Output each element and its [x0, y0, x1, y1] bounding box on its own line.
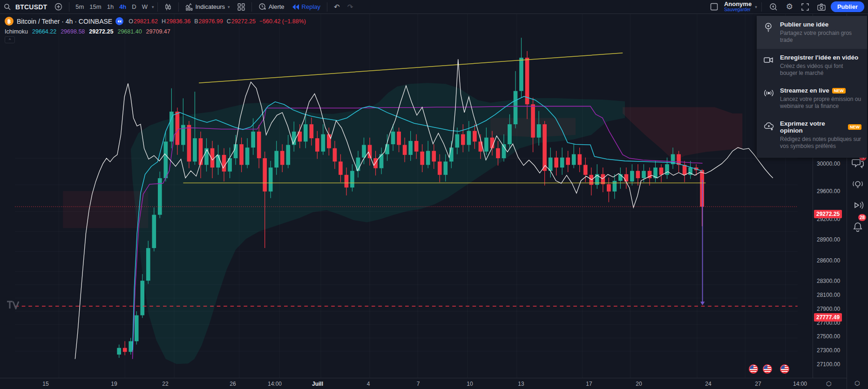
- menu-item-3[interactable]: Streamez en liveNEWLancez votre propre é…: [757, 82, 867, 115]
- flash-search-icon: [769, 3, 778, 11]
- menu-item-text: Publier une idéePartagez votre prochain …: [780, 21, 861, 44]
- plus-circle-icon: [54, 3, 62, 11]
- symbol-search-button[interactable]: BTCUSDT: [12, 2, 50, 12]
- price-tick: 27500.00: [817, 333, 840, 340]
- ohlc-item: B28976.99: [194, 18, 223, 25]
- publish-menu: Publier une idéePartagez votre prochain …: [757, 16, 867, 158]
- toolbar-separator: [327, 2, 327, 12]
- snapshot-button[interactable]: [814, 2, 829, 12]
- ohlc-item: C29272.25: [227, 18, 256, 25]
- ohlc-values: O29821.62H29836.36B28976.99C29272.25−560…: [129, 18, 306, 25]
- menu-item-title: Streamez en liveNEW: [780, 87, 861, 94]
- quick-search-button[interactable]: [766, 1, 781, 13]
- tradingview-app: BTCUSDT 5m15m1h4hDW ▾ Indicateurs ▾: [0, 0, 868, 389]
- layout-grid-button[interactable]: [234, 2, 248, 12]
- ohlc-item: H29836.36: [162, 18, 190, 25]
- menu-item-text: Streamez en liveNEWLancez votre propre é…: [780, 87, 861, 110]
- timeframe-4h[interactable]: 4h: [116, 2, 129, 12]
- time-tick: 24: [705, 381, 711, 387]
- user-block[interactable]: Anonyme Sauvegarder: [724, 1, 752, 13]
- time-tick: 20: [636, 381, 642, 387]
- fullscreen-icon: [801, 3, 809, 11]
- top-toolbar: BTCUSDT 5m15m1h4hDW ▾ Indicateurs ▾: [0, 0, 868, 14]
- publish-button[interactable]: Publier: [831, 1, 864, 12]
- us-flag-event-icon[interactable]: [780, 364, 789, 374]
- price-tick: 30000.00: [817, 161, 840, 167]
- save-label[interactable]: Sauvegarder: [724, 7, 752, 13]
- time-tick: 7: [417, 381, 420, 387]
- toolbar-separator: [251, 2, 252, 12]
- menu-item-2[interactable]: Enregistrer l'idée en vidéoCréez des vid…: [757, 49, 867, 82]
- streams-play-icon[interactable]: [851, 199, 864, 212]
- symbol-title[interactable]: Bitcoin / Tether · 4h · COINBASE: [17, 18, 112, 25]
- chart-area[interactable]: ฿ Bitcoin / Tether · 4h · COINBASE O2982…: [0, 14, 813, 378]
- timeframe-1h[interactable]: 1h: [104, 2, 116, 12]
- us-flag-event-icon[interactable]: [749, 364, 758, 374]
- object-tree-settings-icon[interactable]: ⬡: [854, 380, 860, 387]
- time-tick: 15: [42, 381, 48, 387]
- chart-style-button[interactable]: [161, 2, 175, 12]
- us-flag-event-icon[interactable]: [763, 364, 772, 374]
- toolbar-separator: [761, 2, 762, 12]
- indicator-value: 29681.40: [117, 28, 142, 35]
- toolbar-separator: [69, 2, 69, 12]
- notifications-bell-icon[interactable]: [851, 221, 864, 234]
- price-tick: 29600.00: [817, 188, 840, 194]
- indicator-name[interactable]: Ichimoku: [5, 28, 28, 35]
- replay-active-icon[interactable]: [115, 17, 123, 25]
- price-tick: 28900.00: [817, 236, 840, 243]
- time-tick: 27: [755, 381, 761, 387]
- menu-item-4[interactable]: Exprimez votre opinionNEWRédigez des not…: [757, 115, 867, 155]
- alert-button[interactable]: Alerte: [255, 1, 288, 12]
- time-tick: 14:00: [268, 381, 282, 387]
- search-icon[interactable]: [4, 3, 11, 11]
- time-axis[interactable]: ⬡ 1519222614:00Juill4710131720242714:00: [0, 378, 847, 389]
- replay-icon: [292, 4, 299, 10]
- indicator-legend[interactable]: Ichimoku29664.2229698.5829272.2529681.40…: [5, 28, 306, 35]
- replay-button[interactable]: Replay: [289, 2, 324, 12]
- new-badge: NEW: [832, 88, 846, 94]
- fullscreen-button[interactable]: [798, 2, 812, 12]
- settings-gear-icon[interactable]: ⚙: [783, 0, 796, 13]
- save-layout-button[interactable]: [707, 1, 721, 12]
- menu-item-desc: Rédigez des notes publiques sur vos symb…: [780, 136, 861, 150]
- time-tick: 22: [162, 381, 168, 387]
- menu-item-text: Enregistrer l'idée en vidéoCréez des vid…: [780, 54, 861, 77]
- redo-button[interactable]: ↷: [344, 1, 357, 13]
- undo-button[interactable]: ↶: [331, 1, 343, 13]
- price-tick: 28300.00: [817, 278, 840, 284]
- time-tick: 26: [230, 381, 236, 387]
- broadcast-icon: [763, 87, 774, 110]
- tradingview-watermark-logo[interactable]: [7, 300, 20, 311]
- ideas-stream-icon[interactable]: [851, 178, 864, 191]
- chevron-down-icon[interactable]: ▾: [152, 5, 154, 9]
- new-badge: NEW: [848, 124, 861, 130]
- timeframe-D[interactable]: D: [129, 2, 139, 12]
- chart-canvas[interactable]: [0, 14, 813, 378]
- lightbulb-plus-icon: [763, 21, 774, 44]
- menu-item-1[interactable]: Publier une idéePartagez votre prochain …: [757, 16, 867, 49]
- menu-item-text: Exprimez votre opinionNEWRédigez des not…: [780, 120, 861, 150]
- notifications-badge: 28: [858, 214, 866, 221]
- chevron-down-icon[interactable]: ▾: [755, 5, 757, 9]
- user-name: Anonyme: [724, 1, 752, 7]
- compare-symbol-button[interactable]: [51, 1, 66, 12]
- indicator-value: 29698.58: [61, 28, 85, 35]
- timeframe-group: 5m15m1h4hDW: [73, 2, 150, 12]
- candles-icon: [164, 3, 172, 11]
- time-tick: 14:00: [793, 381, 807, 387]
- chart-legend: ฿ Bitcoin / Tether · 4h · COINBASE O2982…: [5, 17, 306, 35]
- indicators-icon: [185, 3, 193, 11]
- time-axis-settings-icon[interactable]: ⬡: [826, 380, 831, 387]
- bitcoin-logo-icon: ฿: [5, 17, 14, 26]
- trendline-drawing[interactable]: [199, 53, 623, 83]
- timeframe-5m[interactable]: 5m: [73, 2, 87, 12]
- legend-collapse-button[interactable]: ^: [5, 36, 15, 43]
- indicators-button[interactable]: Indicateurs ▾: [182, 1, 233, 12]
- ohlc-item: O29821.62: [129, 18, 158, 25]
- toolbar-separator: [157, 2, 158, 12]
- timeframe-W[interactable]: W: [139, 2, 150, 12]
- alert-price-badge: 27777.49: [814, 313, 842, 322]
- timeframe-15m[interactable]: 15m: [87, 2, 104, 12]
- layout-square-icon: [710, 3, 718, 11]
